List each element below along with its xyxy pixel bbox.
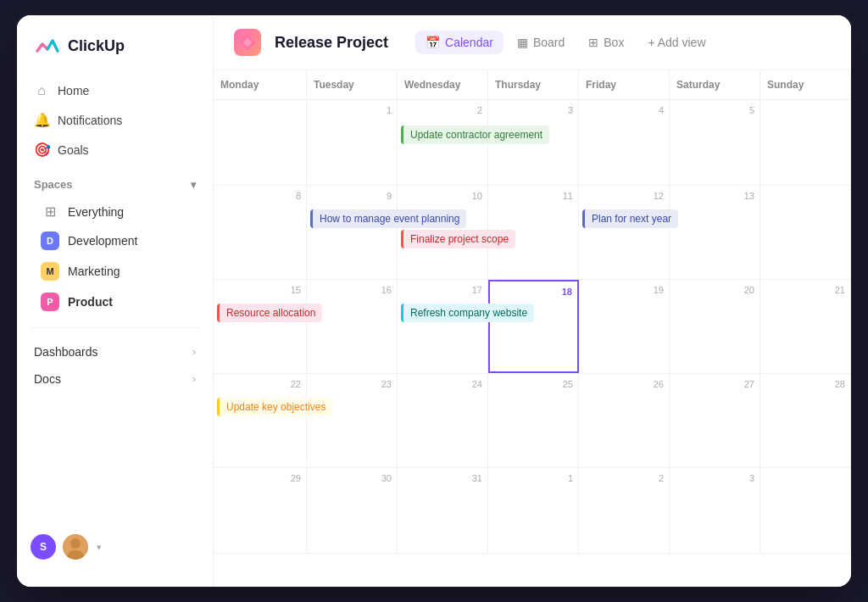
section-item-docs[interactable]: Docs › <box>24 365 206 393</box>
cal-cell-sun4[interactable]: 28 <box>760 374 851 467</box>
cal-date-28: 28 <box>765 379 845 389</box>
chevron-right-icon: › <box>192 346 196 358</box>
add-view-button[interactable]: + Add view <box>637 31 715 54</box>
cal-cell-thu3[interactable]: 18 <box>488 280 579 373</box>
cal-cell-sun3[interactable]: 21 <box>760 280 851 373</box>
space-development-label: Development <box>68 234 138 248</box>
cal-date-10: 11 <box>493 191 573 201</box>
avatar-user1[interactable]: S <box>31 534 56 560</box>
cal-date-4: 4 <box>584 105 664 115</box>
cal-cell-fri3[interactable]: 19 <box>579 280 670 373</box>
cal-header-wednesday: Wednesday <box>398 70 488 99</box>
cal-cell-sun5[interactable] <box>760 468 851 553</box>
project-title: Release Project <box>275 34 388 52</box>
sidebar-item-everything[interactable]: ⊞ Everything <box>31 198 199 226</box>
cal-cell-mon1[interactable] <box>214 100 307 185</box>
space-everything-label: Everything <box>68 205 124 219</box>
event-pink-resource[interactable]: Resource allocation <box>217 304 322 322</box>
cal-date-18: 18 <box>495 287 572 297</box>
board-tab-label: Board <box>533 36 565 49</box>
cal-date-15: 15 <box>219 285 301 295</box>
cal-date-33: 2 <box>584 473 664 483</box>
cal-date-17: 17 <box>403 285 482 295</box>
space-marketing-label: Marketing <box>68 265 120 278</box>
user-chevron-icon: ▾ <box>97 542 102 553</box>
cal-cell-tue4[interactable]: 23 <box>307 374 398 467</box>
cal-cell-sun2[interactable] <box>760 186 851 279</box>
sidebar-item-development[interactable]: D Development <box>31 226 199 256</box>
cal-row-4: 22 23 24 25 26 27 28 Update key objectiv… <box>214 374 851 468</box>
cal-cell-tue2[interactable]: 9 <box>307 186 398 279</box>
bell-icon: 🔔 <box>34 112 49 128</box>
cal-date-19: 19 <box>584 285 664 295</box>
event-blue-manage[interactable]: How to manage event planning <box>310 209 466 228</box>
cal-cell-tue1[interactable]: 1 <box>307 100 398 185</box>
cal-cell-fri2[interactable]: 12 <box>579 186 670 279</box>
cal-cell-mon4[interactable]: 22 <box>214 374 307 467</box>
project-diamond-icon <box>239 34 256 51</box>
calendar-tab-icon: 📅 <box>426 36 440 49</box>
cal-date-9: 10 <box>403 191 482 201</box>
cal-row-3: 15 16 17 18 19 20 21 Resource allocation… <box>214 280 851 374</box>
cal-cell-fri4[interactable]: 26 <box>579 374 670 467</box>
cal-date-7: 8 <box>219 191 301 201</box>
everything-grid-icon: ⊞ <box>41 203 59 220</box>
sidebar-item-marketing[interactable]: M Marketing <box>31 256 199 287</box>
cal-cell-mon5[interactable]: 29 <box>214 468 307 553</box>
spaces-list: ⊞ Everything D Development M Marketing P… <box>17 198 213 317</box>
avatar-user2[interactable] <box>63 534 88 560</box>
tab-board[interactable]: ▦ Board <box>507 31 575 54</box>
cal-cell-fri5[interactable]: 2 <box>579 468 670 553</box>
spaces-header: Spaces ▾ <box>17 164 213 198</box>
project-icon <box>234 29 261 56</box>
tab-box[interactable]: ⊞ Box <box>578 31 634 54</box>
cal-date-5: 5 <box>675 105 754 115</box>
tab-calendar[interactable]: 📅 Calendar <box>415 31 504 54</box>
section-item-dashboards[interactable]: Dashboards › <box>24 338 206 365</box>
development-badge: D <box>41 231 59 250</box>
cal-cell-wed4[interactable]: 24 <box>398 374 488 467</box>
cal-header-sunday: Sunday <box>760 70 851 99</box>
event-yellow-objectives[interactable]: Update key objectives <box>217 398 332 416</box>
docs-label: Docs <box>34 372 61 386</box>
cal-cell-tue5[interactable]: 30 <box>307 468 398 553</box>
cal-cell-mon3[interactable]: 15 <box>214 280 307 373</box>
cal-date-29: 29 <box>219 473 301 483</box>
dashboards-left: Dashboards <box>34 345 98 359</box>
view-tabs: 📅 Calendar ▦ Board ⊞ Box + Add view <box>415 31 715 54</box>
sidebar: ClickUp ⌂ Home 🔔 Notifications 🎯 Goals S… <box>17 15 214 587</box>
space-product-label: Product <box>68 295 113 309</box>
nav-item-goals[interactable]: 🎯 Goals <box>24 135 206 164</box>
event-teal-refresh[interactable]: Refresh company website <box>401 304 534 322</box>
spaces-label: Spaces <box>34 178 73 191</box>
cal-cell-sat1[interactable]: 5 <box>670 100 760 185</box>
cal-cell-fri1[interactable]: 4 <box>579 100 670 185</box>
event-blue-plan[interactable]: Plan for next year <box>582 209 678 228</box>
cal-cell-mon2[interactable]: 8 <box>214 186 307 279</box>
event-pink-finalize[interactable]: Finalize project scope <box>401 230 515 248</box>
nav-item-notifications[interactable]: 🔔 Notifications <box>24 105 206 135</box>
divider-1 <box>31 327 199 328</box>
box-tab-icon: ⊞ <box>588 36 598 49</box>
cal-cell-sat2[interactable]: 13 <box>670 186 760 279</box>
cal-date-12: 13 <box>675 191 754 201</box>
cal-cell-tue3[interactable]: 16 <box>307 280 398 373</box>
event-green-contractor[interactable]: Update contractor agreement <box>401 125 549 144</box>
chevron-down-icon: ▾ <box>191 179 196 191</box>
sidebar-item-product[interactable]: P Product <box>31 287 199 317</box>
cal-date-3: 3 <box>493 105 573 115</box>
cal-cell-sat3[interactable]: 20 <box>670 280 760 373</box>
cal-cell-thu4[interactable]: 25 <box>488 374 579 467</box>
nav-item-home[interactable]: ⌂ Home <box>24 76 206 105</box>
cal-header-monday: Monday <box>214 70 307 99</box>
box-tab-label: Box <box>604 36 624 49</box>
cal-cell-thu5[interactable]: 1 <box>488 468 579 553</box>
cal-cell-wed5[interactable]: 31 <box>398 468 488 553</box>
goals-icon: 🎯 <box>34 142 49 158</box>
avatar-person-icon <box>63 534 88 560</box>
cal-cell-sun1[interactable] <box>760 100 851 185</box>
cal-header-thursday: Thursday <box>488 70 579 99</box>
cal-cell-sat4[interactable]: 27 <box>670 374 760 467</box>
cal-cell-sat5[interactable]: 3 <box>670 468 760 553</box>
cal-cell-wed3[interactable]: 17 <box>398 280 488 373</box>
